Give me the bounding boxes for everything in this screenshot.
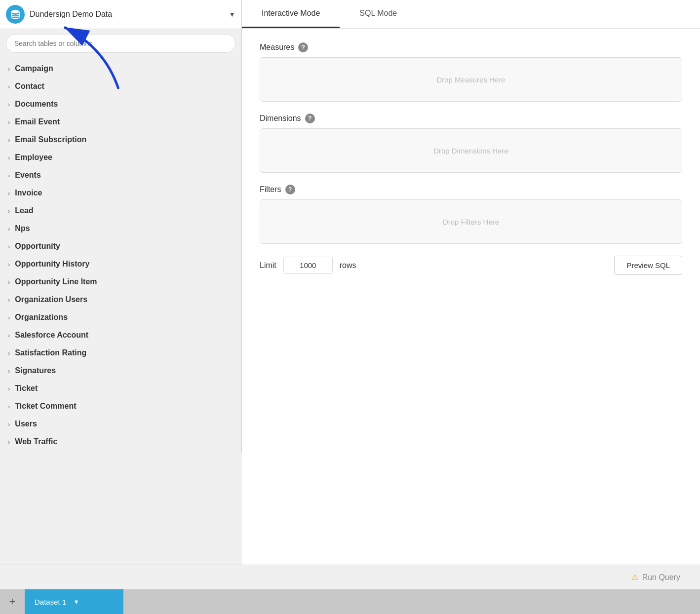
table-item-name: Ticket Comment [15, 402, 76, 411]
run-query-button[interactable]: ⚠ Run Query [622, 568, 690, 587]
interactive-content: Measures ? Drop Measures Here Dimensions… [242, 29, 700, 565]
sidebar-table-item[interactable]: › Web Traffic [0, 433, 241, 451]
svg-point-0 [11, 10, 20, 13]
sidebar-table-item[interactable]: › Contact [0, 77, 241, 95]
sidebar-table-item[interactable]: › Employee [0, 149, 241, 166]
chevron-right-icon: › [8, 154, 10, 161]
search-container [0, 29, 241, 58]
chevron-right-icon: › [8, 101, 10, 108]
dataset-tab-label: Dataset 1 [35, 598, 66, 606]
chevron-right-icon: › [8, 83, 10, 90]
sidebar-table-item[interactable]: › Opportunity Line Item [0, 273, 241, 291]
table-item-name: Satisfaction Rating [15, 348, 86, 357]
main-panel: Interactive Mode SQL Mode Measures ? Dro… [242, 0, 700, 565]
measures-drop-zone[interactable]: Drop Measures Here [260, 57, 682, 102]
table-item-name: Opportunity Line Item [15, 277, 97, 286]
table-item-name: Documents [15, 100, 58, 109]
measures-section-label: Measures ? [260, 42, 682, 52]
table-item-name: Email Subscription [15, 135, 86, 144]
warning-icon: ⚠ [631, 573, 638, 582]
bottom-toolbar: ⚠ Run Query [0, 565, 700, 589]
dataset-tab-dropdown-arrow[interactable]: ▼ [73, 598, 79, 606]
drop-dimensions-text: Drop Dimensions Here [433, 147, 508, 155]
search-input[interactable] [6, 34, 235, 53]
table-item-name: Lead [15, 206, 33, 215]
chevron-right-icon: › [8, 332, 10, 339]
filters-section-label: Filters ? [260, 185, 682, 194]
limit-row: Limit rows Preview SQL [260, 256, 682, 275]
chevron-right-icon: › [8, 367, 10, 375]
sidebar-table-item[interactable]: › Nps [0, 220, 241, 237]
table-list: › Campaign › Contact › Documents › Email… [0, 58, 241, 453]
sidebar-table-item[interactable]: › Lead [0, 202, 241, 220]
chevron-right-icon: › [8, 438, 10, 446]
add-dataset-button[interactable]: + [0, 589, 25, 614]
drop-filters-text: Drop Filters Here [443, 218, 499, 226]
chevron-right-icon: › [8, 207, 10, 215]
sidebar-table-item[interactable]: › Organization Users [0, 291, 241, 308]
sidebar-header: Dundersign Demo Data ▼ [0, 0, 241, 29]
measures-help-icon[interactable]: ? [298, 42, 308, 52]
table-item-name: Nps [15, 224, 30, 233]
filters-drop-zone[interactable]: Drop Filters Here [260, 199, 682, 244]
sidebar-table-item[interactable]: › Users [0, 415, 241, 433]
sidebar-table-item[interactable]: › Opportunity [0, 237, 241, 255]
sidebar-table-item[interactable]: › Email Event [0, 113, 241, 131]
table-item-name: Email Event [15, 117, 60, 126]
sidebar-table-item[interactable]: › Organizations [0, 308, 241, 326]
sidebar-table-item[interactable]: › Ticket Comment [0, 397, 241, 415]
chevron-right-icon: › [8, 278, 10, 286]
run-query-label: Run Query [642, 573, 680, 582]
table-item-name: Web Traffic [15, 437, 57, 446]
sidebar-table-item[interactable]: › Events [0, 166, 241, 184]
sidebar-dropdown-arrow[interactable]: ▼ [229, 10, 235, 18]
table-item-name: Users [15, 420, 37, 428]
drop-measures-text: Drop Measures Here [436, 76, 505, 84]
sidebar-table-item[interactable]: › Invoice [0, 184, 241, 202]
chevron-right-icon: › [8, 385, 10, 392]
tab-interactive-mode[interactable]: Interactive Mode [242, 0, 340, 28]
sidebar-table-item[interactable]: › Signatures [0, 362, 241, 380]
dimensions-label: Dimensions [260, 114, 301, 123]
table-item-name: Organizations [15, 313, 68, 322]
sidebar-table-item[interactable]: › Salesforce Account [0, 326, 241, 344]
table-item-name: Employee [15, 153, 52, 162]
chevron-right-icon: › [8, 261, 10, 268]
sidebar-table-item[interactable]: › Satisfaction Rating [0, 344, 241, 362]
table-item-name: Opportunity History [15, 260, 89, 269]
sidebar-table-item[interactable]: › Email Subscription [0, 131, 241, 149]
sidebar-title: Dundersign Demo Data [30, 10, 224, 19]
limit-label: Limit [260, 261, 276, 270]
table-item-name: Opportunity [15, 242, 60, 251]
dataset-bar: + Dataset 1 ▼ [0, 589, 700, 614]
dimensions-section-label: Dimensions ? [260, 114, 682, 123]
table-item-name: Organization Users [15, 295, 87, 304]
chevron-right-icon: › [8, 65, 10, 73]
sidebar-table-item[interactable]: › Ticket [0, 380, 241, 397]
dimensions-help-icon[interactable]: ? [305, 114, 315, 123]
table-item-name: Events [15, 171, 40, 180]
sidebar-table-item[interactable]: › Documents [0, 95, 241, 113]
chevron-right-icon: › [8, 421, 10, 428]
sidebar-table-item[interactable]: › Opportunity History [0, 255, 241, 273]
preview-sql-button[interactable]: Preview SQL [614, 256, 682, 275]
table-item-name: Campaign [15, 64, 53, 73]
sidebar-table-item[interactable]: › Campaign [0, 60, 241, 77]
chevron-right-icon: › [8, 225, 10, 232]
filters-help-icon[interactable]: ? [285, 185, 295, 194]
chevron-right-icon: › [8, 190, 10, 197]
chevron-right-icon: › [8, 403, 10, 410]
table-item-name: Signatures [15, 366, 56, 375]
tabs-bar: Interactive Mode SQL Mode [242, 0, 700, 29]
chevron-right-icon: › [8, 349, 10, 357]
chevron-right-icon: › [8, 118, 10, 126]
table-item-name: Invoice [15, 189, 42, 197]
dataset-tab[interactable]: Dataset 1 ▼ [25, 589, 123, 614]
limit-input[interactable] [283, 257, 333, 274]
chevron-right-icon: › [8, 296, 10, 304]
table-item-name: Contact [15, 82, 44, 91]
dimensions-drop-zone[interactable]: Drop Dimensions Here [260, 128, 682, 173]
db-icon [6, 5, 25, 24]
rows-label: rows [340, 261, 356, 270]
tab-sql-mode[interactable]: SQL Mode [340, 0, 417, 28]
